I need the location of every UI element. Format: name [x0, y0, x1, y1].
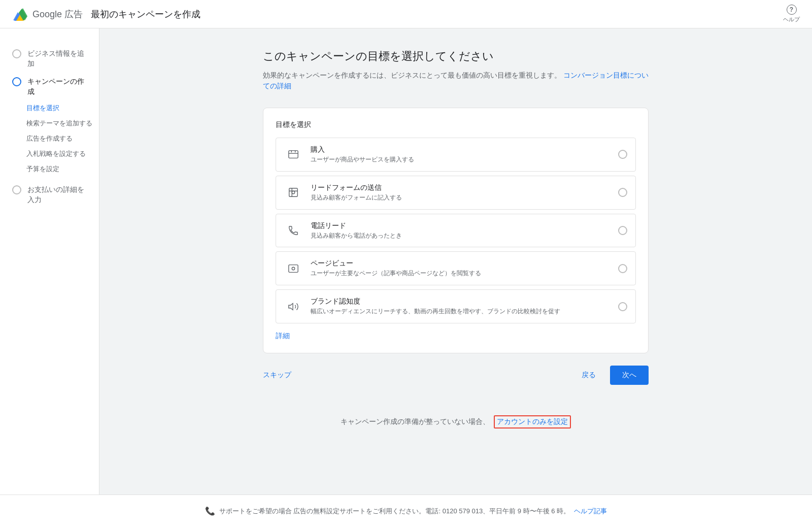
- sidebar-subitem-search[interactable]: 検索テーマを追加する: [26, 116, 99, 131]
- goal-text-pageview: ページビュー ユーザーが主要なページ（記事や商品ページなど）を閲覧する: [311, 259, 610, 278]
- goal-text-lead-form: リードフォームの送信 見込み顧客がフォームに記入する: [311, 183, 610, 202]
- sidebar-item-campaign[interactable]: キャンペーンの作成: [0, 73, 99, 101]
- svg-point-11: [292, 267, 295, 270]
- footer-help-link[interactable]: ヘルプ記事: [574, 507, 607, 516]
- form-icon: [284, 183, 302, 202]
- goal-radio-brand[interactable]: [618, 302, 627, 311]
- btn-group: 戻る 次へ: [573, 366, 649, 385]
- goal-desc-purchase: ユーザーが商品やサービスを購入する: [311, 155, 610, 164]
- help-label: ヘルプ: [783, 16, 800, 23]
- goal-option-purchase[interactable]: 購入 ユーザーが商品やサービスを購入する: [276, 138, 636, 172]
- sidebar-circle-campaign: [12, 77, 21, 86]
- megaphone-icon: [284, 298, 302, 316]
- goal-option-pageview[interactable]: ページビュー ユーザーが主要なページ（記事や商品ページなど）を閲覧する: [276, 251, 636, 285]
- help-icon: ?: [787, 5, 797, 15]
- goal-title-brand: ブランド認知度: [311, 297, 610, 306]
- skip-button[interactable]: スキップ: [263, 367, 291, 384]
- main-content: このキャンペーンの目標を選択してください 効果的なキャンペーンを作成するには、ビ…: [99, 28, 812, 495]
- goal-option-brand[interactable]: ブランド認知度 幅広いオーディエンスにリーチする、動画の再生回数を増やす、ブラン…: [276, 289, 636, 323]
- footer-phone-icon: 📞: [205, 506, 215, 516]
- goal-text-brand: ブランド認知度 幅広いオーディエンスにリーチする、動画の再生回数を増やす、ブラン…: [311, 297, 610, 316]
- svg-rect-8: [289, 188, 298, 197]
- goal-title-lead-form: リードフォームの送信: [311, 183, 610, 192]
- eye-icon: [284, 259, 302, 278]
- page-subtext: 効果的なキャンペーンを作成するには、ビジネスにとって最も価値の高い目標を重視しま…: [263, 70, 649, 91]
- sidebar-item-business-info[interactable]: ビジネス情報を追加: [0, 45, 99, 73]
- phone-icon: [284, 221, 302, 240]
- goal-radio-pageview[interactable]: [618, 264, 627, 273]
- goal-radio-phone[interactable]: [618, 226, 627, 235]
- goal-desc-brand: 幅広いオーディエンスにリーチする、動画の再生回数を増やす、ブランドの比較検討を促…: [311, 307, 610, 316]
- goal-title-phone: 電話リード: [311, 221, 610, 230]
- sidebar-subitem-bidding[interactable]: 入札戦略を設定する: [26, 146, 99, 161]
- header: Google 広告 最初のキャンペーンを作成 ? ヘルプ: [0, 0, 812, 28]
- action-row: スキップ 戻る 次へ: [263, 366, 649, 385]
- goal-desc-pageview: ユーザーが主要なページ（記事や商品ページなど）を閲覧する: [311, 269, 610, 278]
- goal-title-pageview: ページビュー: [311, 259, 610, 268]
- goal-text-purchase: 購入 ユーザーが商品やサービスを購入する: [311, 145, 610, 164]
- account-only-link[interactable]: アカウントのみを設定: [494, 415, 571, 429]
- sidebar-subitem-ad[interactable]: 広告を作成する: [26, 131, 99, 146]
- sidebar-circle-business: [12, 49, 21, 58]
- sidebar-item-payment[interactable]: お支払いの詳細を入力: [0, 181, 99, 209]
- sidebar: ビジネス情報を追加 キャンペーンの作成 目標を選択 検索テーマを追加する 広告を…: [0, 28, 99, 495]
- footer: 📞 サポートをご希望の場合 広告の無料設定サポートをご利用ください。電話: 01…: [0, 495, 812, 527]
- content-wrapper: このキャンペーンの目標を選択してください 効果的なキャンペーンを作成するには、ビ…: [263, 49, 649, 429]
- goal-desc-phone: 見込み顧客から電話があったとき: [311, 232, 610, 240]
- card-title: 目標を選択: [276, 120, 636, 129]
- svg-rect-10: [289, 265, 298, 272]
- header-title: 最初のキャンペーンを作成: [91, 8, 200, 20]
- goal-text-phone: 電話リード 見込み顧客から電話があったとき: [311, 221, 610, 240]
- goals-card: 目標を選択 購入 ユーザーが商品やサービスを購入する: [263, 108, 649, 353]
- back-button[interactable]: 戻る: [573, 367, 604, 384]
- sidebar-circle-payment: [12, 185, 21, 194]
- goal-radio-purchase[interactable]: [618, 150, 627, 159]
- sidebar-label-campaign: キャンペーンの作成: [27, 77, 91, 96]
- footer-text: サポートをご希望の場合 広告の無料設定サポートをご利用ください。電話: 0120…: [219, 507, 570, 516]
- goal-title-purchase: 購入: [311, 145, 610, 154]
- goal-radio-lead-form[interactable]: [618, 188, 627, 197]
- header-brand: Google 広告: [32, 8, 83, 20]
- google-ads-logo-icon: [12, 6, 28, 22]
- next-button[interactable]: 次へ: [610, 366, 649, 385]
- goal-option-lead-form[interactable]: リードフォームの送信 見込み顧客がフォームに記入する: [276, 176, 636, 210]
- sidebar-label-business: ビジネス情報を追加: [27, 49, 91, 69]
- goal-option-phone[interactable]: 電話リード 見込み顧客から電話があったとき: [276, 214, 636, 248]
- logo-area: Google 広告: [12, 6, 83, 22]
- page-heading: このキャンペーンの目標を選択してください: [263, 49, 649, 64]
- sidebar-subitem-goal[interactable]: 目標を選択: [26, 101, 99, 116]
- goal-desc-lead-form: 見込み顧客がフォームに記入する: [311, 193, 610, 202]
- svg-point-9: [292, 191, 295, 194]
- help-button[interactable]: ? ヘルプ: [783, 5, 800, 23]
- account-only-row: キャンペーン作成の準備が整っていない場合、 アカウントのみを設定: [263, 415, 649, 429]
- sidebar-label-payment: お支払いの詳細を入力: [27, 185, 91, 205]
- sidebar-sub-items-campaign: 目標を選択 検索テーマを追加する 広告を作成する 入札戦略を設定する 予算を設定: [0, 101, 99, 177]
- cart-icon: [284, 145, 302, 163]
- account-only-text: キャンペーン作成の準備が整っていない場合、: [341, 417, 490, 426]
- details-link[interactable]: 詳細: [276, 332, 290, 341]
- main-layout: ビジネス情報を追加 キャンペーンの作成 目標を選択 検索テーマを追加する 広告を…: [0, 28, 812, 495]
- subtext-prefix: 効果的なキャンペーンを作成するには、ビジネスにとって最も価値の高い目標を重視しま…: [263, 71, 561, 79]
- sidebar-subitem-budget[interactable]: 予算を設定: [26, 161, 99, 177]
- svg-rect-7: [289, 151, 298, 158]
